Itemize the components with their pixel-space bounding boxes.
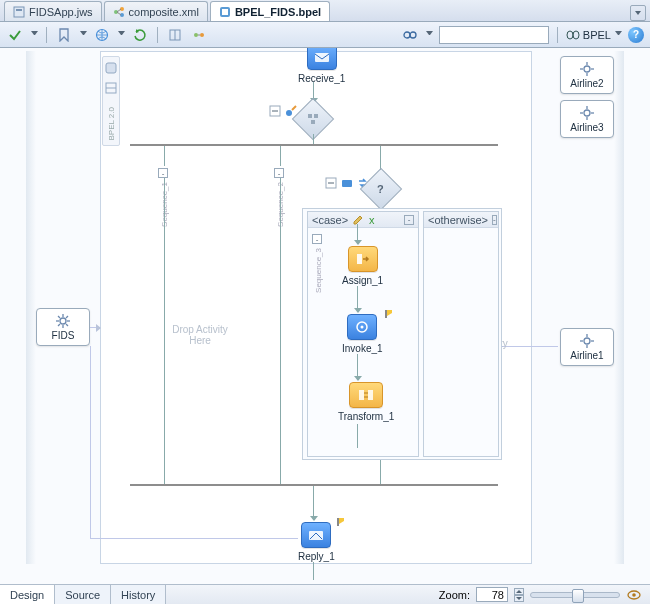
collapse-toggle[interactable]: - [158,168,168,178]
collapse-toggle[interactable]: - [274,168,284,178]
activity-reply[interactable]: Reply_1 [298,522,335,562]
globe-icon[interactable] [93,26,111,44]
sequence-label: Sequence_3 [314,248,323,293]
dropdown-caret [615,31,622,38]
collapse-toggle[interactable] [324,176,338,190]
view-tab-source[interactable]: Source [55,585,111,604]
app-icon [13,6,25,18]
otherwise-branch[interactable]: <otherwise> - [423,211,499,457]
collapse-toggle[interactable]: - [312,234,322,244]
variable-icon[interactable] [340,176,354,190]
svg-rect-18 [106,63,116,73]
activity-transform[interactable]: Transform_1 [338,382,394,422]
warning-flag-icon [337,518,345,526]
activity-label: Assign_1 [342,275,383,286]
collapse-toggle[interactable]: - [492,215,497,225]
composite-icon [113,6,125,18]
layout-icon[interactable] [166,26,184,44]
flow-line [313,486,314,520]
palette-activity-icon[interactable] [104,61,118,75]
palette-label: BPEL 2.0 [107,107,116,141]
overview-button[interactable] [626,587,642,603]
flow-icon [306,112,320,126]
partner-label: Airline1 [570,350,603,361]
invoke-icon [347,314,377,340]
activity-invoke[interactable]: Invoke_1 [342,314,383,354]
flow-line [357,224,358,244]
activity-label: Transform_1 [338,411,394,422]
bpel-canvas[interactable]: BPEL 2.0 FIDS Airline2 Airline3 Airline1 [0,48,650,584]
svg-point-11 [200,33,204,37]
tab-fidsapp[interactable]: FIDSApp.jws [4,1,102,21]
palette-scope-icon[interactable] [104,81,118,95]
switch-node[interactable]: ? [366,174,396,204]
link-icon[interactable] [190,26,208,44]
dropdown-caret[interactable] [31,31,38,38]
partner-link-airline2[interactable]: Airline2 [560,56,614,94]
edit-icon[interactable] [352,214,364,226]
dropdown-caret[interactable] [118,31,125,38]
view-tab-design[interactable]: Design [0,585,55,604]
tab-list-dropdown[interactable] [630,5,646,21]
svg-line-26 [58,316,60,318]
zoom-slider-thumb[interactable] [572,589,584,603]
xpath-icon[interactable]: x [368,214,380,226]
help-button[interactable]: ? [628,27,644,43]
partner-link-airline3[interactable]: Airline3 [560,100,614,138]
otherwise-label: <otherwise> [428,214,488,226]
drop-hint: Drop Activity Here [160,324,240,346]
tab-composite[interactable]: composite.xml [104,1,208,21]
svg-point-35 [584,110,590,116]
search-input[interactable] [439,26,549,44]
zoom-spinner [514,588,524,602]
svg-line-27 [66,324,68,326]
tab-label: composite.xml [129,6,199,18]
zoom-down[interactable] [514,595,524,602]
zoom-input[interactable] [476,587,508,602]
activity-assign[interactable]: Assign_1 [342,246,383,286]
svg-text:x: x [369,214,375,226]
validate-button[interactable] [6,26,24,44]
collapse-toggle[interactable]: - [404,215,414,225]
svg-rect-45 [315,53,329,62]
zoom-up[interactable] [514,588,524,595]
gear-icon [579,105,595,121]
bpel-icon [219,6,231,18]
svg-text:?: ? [377,183,384,195]
svg-point-48 [286,110,292,116]
tab-bpel-fids[interactable]: BPEL_FIDS.bpel [210,1,330,21]
partner-link-airline1[interactable]: Airline1 [560,328,614,366]
find-button[interactable] [401,26,419,44]
svg-line-29 [66,316,68,318]
svg-point-40 [584,338,590,344]
flow-join-bar [130,484,498,486]
wire [90,538,298,539]
collapse-toggle[interactable] [268,104,282,118]
flow-node[interactable] [298,104,328,134]
zoom-slider[interactable] [530,592,620,598]
svg-point-16 [567,31,573,39]
bpel-menu-label: BPEL [583,29,611,41]
tab-label: FIDSApp.jws [29,6,93,18]
partner-link-fids[interactable]: FIDS [36,308,90,346]
flow-line [280,146,281,166]
dropdown-caret[interactable] [80,31,87,38]
dropdown-caret[interactable] [426,31,433,38]
svg-rect-57 [357,254,362,264]
flow-line [380,460,381,484]
activity-label: Receive_1 [298,73,345,84]
svg-rect-49 [308,114,312,118]
bookmark-button[interactable] [55,26,73,44]
flow-fork-bar [130,144,498,146]
flow-line [313,134,314,144]
svg-rect-61 [368,390,373,400]
switch-container: <case> x - - Sequence_3 <otherwise> - [302,208,502,460]
gear-icon [579,333,595,349]
activity-receive[interactable]: Receive_1 [298,48,345,84]
reply-icon [301,522,331,548]
view-tab-history[interactable]: History [111,585,166,604]
svg-point-64 [632,593,636,597]
bpel-menu[interactable]: BPEL [566,29,622,41]
wire [90,327,100,328]
refresh-icon[interactable] [131,26,149,44]
